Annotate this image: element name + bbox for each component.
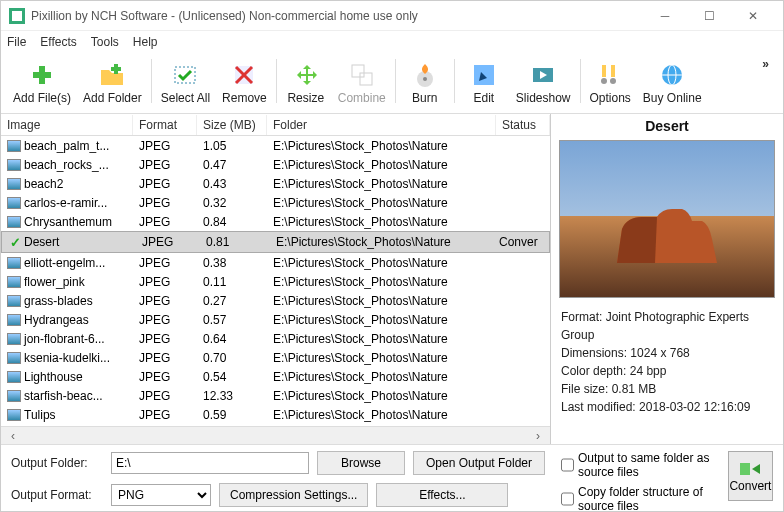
resize-button[interactable]: Resize: [280, 57, 332, 109]
maximize-button[interactable]: ☐: [687, 2, 731, 30]
app-icon: [9, 8, 25, 24]
edit-button[interactable]: Edit: [458, 57, 510, 109]
addfolder-button[interactable]: Add Folder: [77, 57, 148, 109]
svg-rect-3: [33, 72, 51, 78]
window-title: Pixillion by NCH Software - (Unlicensed)…: [31, 9, 643, 23]
meta-filesize: File size: 0.81 MB: [561, 380, 773, 398]
table-row[interactable]: HydrangeasJPEG0.57E:\Pictures\Stock_Phot…: [1, 310, 550, 329]
table-row[interactable]: grass-bladesJPEG0.27E:\Pictures\Stock_Ph…: [1, 291, 550, 310]
preview-title: Desert: [551, 114, 783, 138]
table-row[interactable]: ksenia-kudelki...JPEG0.70E:\Pictures\Sto…: [1, 348, 550, 367]
menu-tools[interactable]: Tools: [91, 35, 119, 49]
browse-button[interactable]: Browse: [317, 451, 405, 475]
col-status[interactable]: Status: [496, 115, 550, 135]
compression-button[interactable]: Compression Settings...: [219, 483, 368, 507]
burn-button[interactable]: Burn: [399, 57, 451, 109]
meta-dimensions: Dimensions: 1024 x 768: [561, 344, 773, 362]
open-output-button[interactable]: Open Output Folder: [413, 451, 545, 475]
svg-rect-1: [12, 11, 22, 21]
col-size[interactable]: Size (MB): [197, 115, 267, 135]
table-row[interactable]: LighthouseJPEG0.54E:\Pictures\Stock_Phot…: [1, 367, 550, 386]
table-row[interactable]: beach_palm_t...JPEG1.05E:\Pictures\Stock…: [1, 136, 550, 155]
selectall-button[interactable]: Select All: [155, 57, 216, 109]
svg-rect-25: [740, 463, 750, 475]
svg-rect-19: [611, 65, 615, 77]
table-row[interactable]: jon-flobrant-6...JPEG0.64E:\Pictures\Sto…: [1, 329, 550, 348]
file-list[interactable]: beach_palm_t...JPEG1.05E:\Pictures\Stock…: [1, 136, 550, 426]
table-header: Image Format Size (MB) Folder Status: [1, 114, 550, 136]
options-button[interactable]: Options: [584, 57, 637, 109]
table-row[interactable]: carlos-e-ramir...JPEG0.32E:\Pictures\Sto…: [1, 193, 550, 212]
slideshow-button[interactable]: Slideshow: [510, 57, 577, 109]
toolbar: Add File(s) Add Folder Select All Remove…: [1, 53, 783, 114]
menu-effects[interactable]: Effects: [40, 35, 76, 49]
buyonline-button[interactable]: Buy Online: [637, 57, 708, 109]
svg-rect-11: [360, 73, 372, 85]
table-row[interactable]: ✓DesertJPEG0.81E:\Pictures\Stock_Photos\…: [1, 231, 550, 253]
convert-button[interactable]: Convert: [728, 451, 773, 501]
horizontal-scrollbar[interactable]: ‹›: [1, 426, 550, 444]
svg-point-13: [423, 77, 427, 81]
col-format[interactable]: Format: [133, 115, 197, 135]
svg-rect-5: [111, 67, 121, 71]
col-folder[interactable]: Folder: [267, 115, 496, 135]
col-image[interactable]: Image: [1, 115, 133, 135]
effects-button[interactable]: Effects...: [376, 483, 508, 507]
convert-icon: [738, 459, 762, 479]
combine-button: Combine: [332, 57, 392, 109]
addfiles-button[interactable]: Add File(s): [7, 57, 77, 109]
table-row[interactable]: beach2JPEG0.43E:\Pictures\Stock_Photos\N…: [1, 174, 550, 193]
output-format-select[interactable]: PNG: [111, 484, 211, 506]
minimize-button[interactable]: ─: [643, 2, 687, 30]
table-row[interactable]: flower_pinkJPEG0.11E:\Pictures\Stock_Pho…: [1, 272, 550, 291]
svg-rect-10: [352, 65, 364, 77]
menu-help[interactable]: Help: [133, 35, 158, 49]
output-folder-label: Output Folder:: [11, 456, 103, 470]
table-row[interactable]: TulipsJPEG0.59E:\Pictures\Stock_Photos\N…: [1, 405, 550, 424]
table-row[interactable]: elliott-engelm...JPEG0.38E:\Pictures\Sto…: [1, 253, 550, 272]
meta-modified: Last modified: 2018-03-02 12:16:09: [561, 398, 773, 416]
output-folder-input[interactable]: [111, 452, 309, 474]
same-folder-checkbox[interactable]: Output to same folder as source files: [561, 451, 720, 479]
menu-file[interactable]: File: [7, 35, 26, 49]
preview-metadata: Format: Joint Photographic Experts Group…: [551, 300, 783, 424]
copy-structure-checkbox[interactable]: Copy folder structure of source files: [561, 485, 720, 512]
remove-button[interactable]: Remove: [216, 57, 273, 109]
output-format-label: Output Format:: [11, 488, 103, 502]
toolbar-overflow[interactable]: »: [754, 57, 777, 71]
svg-point-21: [610, 78, 616, 84]
menubar: File Effects Tools Help: [1, 31, 783, 53]
titlebar: Pixillion by NCH Software - (Unlicensed)…: [1, 1, 783, 31]
table-row[interactable]: beach_rocks_...JPEG0.47E:\Pictures\Stock…: [1, 155, 550, 174]
close-button[interactable]: ✕: [731, 2, 775, 30]
meta-depth: Color depth: 24 bpp: [561, 362, 773, 380]
meta-format: Format: Joint Photographic Experts Group: [561, 308, 773, 344]
svg-point-20: [601, 78, 607, 84]
table-row[interactable]: ChrysanthemumJPEG0.84E:\Pictures\Stock_P…: [1, 212, 550, 231]
preview-image: [559, 140, 775, 298]
svg-rect-18: [602, 65, 606, 77]
table-row[interactable]: starfish-beac...JPEG12.33E:\Pictures\Sto…: [1, 386, 550, 405]
